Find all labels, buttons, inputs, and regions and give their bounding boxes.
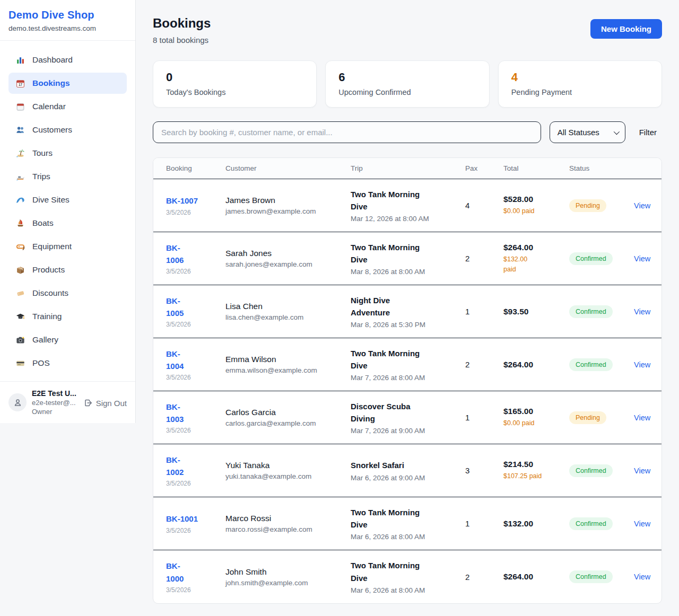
table-row: BK-10003/5/2026 John Smithjohn.smith@exa… xyxy=(153,550,661,603)
table-row: BK-10053/5/2026 Lisa Chenlisa.chen@examp… xyxy=(153,285,661,338)
status-badge: Pending xyxy=(569,411,606,424)
view-link[interactable]: View xyxy=(634,201,650,210)
user-role: Owner xyxy=(32,408,79,416)
tag-icon xyxy=(15,288,25,298)
sign-out-button[interactable]: Sign Out xyxy=(84,399,127,408)
column-header-pax: Pax xyxy=(465,164,503,172)
booking-id-link[interactable]: BK-1006 xyxy=(166,242,193,267)
view-link[interactable]: View xyxy=(634,360,650,369)
pax-count: 2 xyxy=(465,254,503,263)
booking-id-link[interactable]: BK-1007 xyxy=(166,195,198,207)
total-amount: $132.00 xyxy=(503,519,563,529)
customer-email: john.smith@example.com xyxy=(225,579,344,587)
view-link[interactable]: View xyxy=(634,413,650,422)
total-amount: $264.00 xyxy=(503,360,563,369)
status-filter-select[interactable]: All Statuses xyxy=(550,121,625,143)
booking-id-link[interactable]: BK-1004 xyxy=(166,348,193,373)
total-amount: $264.00 xyxy=(503,243,563,252)
table-row: BK-10043/5/2026 Emma Wilsonemma.wilson@e… xyxy=(153,338,661,391)
sidebar-item-tours[interactable]: Tours xyxy=(8,143,127,164)
sidebar-item-discounts[interactable]: Discounts xyxy=(8,283,127,304)
sidebar-item-label: Tours xyxy=(32,148,53,158)
status-badge: Confirmed xyxy=(569,464,613,477)
customer-name: Emma Wilson xyxy=(225,355,344,364)
booking-date: 3/5/2026 xyxy=(166,527,219,534)
pax-count: 1 xyxy=(465,307,503,316)
new-booking-button[interactable]: New Booking xyxy=(590,19,662,39)
view-link[interactable]: View xyxy=(634,467,650,475)
sidebar-item-dive-sites[interactable]: Dive Sites xyxy=(8,189,127,210)
pax-count: 1 xyxy=(465,519,503,528)
customer-name: John Smith xyxy=(225,567,344,577)
stat-value: 0 xyxy=(166,71,303,84)
booking-id-link[interactable]: BK-1005 xyxy=(166,295,193,320)
sidebar-item-label: Calendar xyxy=(32,102,66,111)
paid-amount: $107.25 paid xyxy=(503,471,563,481)
filter-button[interactable]: Filter xyxy=(634,128,662,137)
sidebar-item-trips[interactable]: Trips xyxy=(8,166,127,187)
trip-name: Discover Scuba Diving xyxy=(351,400,430,425)
customer-name: Marco Rossi xyxy=(225,514,344,523)
booking-date: 3/5/2026 xyxy=(166,480,219,487)
sidebar-item-gallery[interactable]: Gallery xyxy=(8,329,127,350)
sidebar-item-customers[interactable]: Customers xyxy=(8,119,127,140)
sidebar-item-label: Dashboard xyxy=(32,55,73,65)
pax-count: 2 xyxy=(465,573,503,582)
svg-text:17: 17 xyxy=(18,83,22,86)
total-amount: $93.50 xyxy=(503,307,563,316)
status-badge: Pending xyxy=(569,199,606,212)
sidebar-item-label: Bookings xyxy=(32,78,70,88)
trip-datetime: Mar 7, 2026 at 8:00 AM xyxy=(351,374,459,382)
sidebar-item-bookings[interactable]: 17 Bookings xyxy=(8,73,127,94)
trip-name: Two Tank Morning Dive xyxy=(351,506,430,531)
sidebar-item-training[interactable]: Training xyxy=(8,306,127,327)
page-title-block: Bookings 8 total bookings xyxy=(153,16,211,45)
sidebar-header: Demo Dive Shop demo.test.divestreams.com xyxy=(0,0,135,41)
sidebar-item-equipment[interactable]: Equipment xyxy=(8,236,127,257)
trip-name: Two Tank Morning Dive xyxy=(351,559,430,584)
stat-value: 6 xyxy=(338,71,476,84)
package-icon xyxy=(15,265,25,275)
shop-name: Demo Dive Shop xyxy=(8,9,127,21)
avatar xyxy=(8,393,27,411)
trip-name: Night Dive Adventure xyxy=(351,294,430,319)
chevron-down-icon xyxy=(613,128,619,134)
view-link[interactable]: View xyxy=(634,254,650,263)
booking-id-link[interactable]: BK-1000 xyxy=(166,560,193,585)
search-input[interactable] xyxy=(153,121,541,143)
sidebar-item-boats[interactable]: Boats xyxy=(8,213,127,234)
stats-row: 0 Today's Bookings 6 Upcoming Confirmed … xyxy=(153,60,662,108)
sidebar: Demo Dive Shop demo.test.divestreams.com… xyxy=(0,0,136,423)
booking-id-link[interactable]: BK-1003 xyxy=(166,401,193,426)
customer-name: Lisa Chen xyxy=(225,302,344,311)
booking-date: 3/5/2026 xyxy=(166,374,219,381)
stat-card-pending-payment: 4 Pending Payment xyxy=(498,60,662,108)
sidebar-item-products[interactable]: Products xyxy=(8,259,127,280)
sidebar-item-label: Equipment xyxy=(32,242,72,251)
stat-label: Today's Bookings xyxy=(166,88,303,96)
column-header-status: Status xyxy=(569,164,634,172)
pax-count: 2 xyxy=(465,360,503,369)
bookings-table: Booking Customer Trip Pax Total Status B… xyxy=(153,157,662,604)
stat-label: Pending Payment xyxy=(511,88,649,96)
column-header-customer: Customer xyxy=(225,164,351,172)
booking-id-link[interactable]: BK-1002 xyxy=(166,454,193,479)
total-bookings-count: 8 total bookings xyxy=(153,36,211,45)
customer-name: James Brown xyxy=(225,196,344,205)
booking-id-link[interactable]: BK-1001 xyxy=(166,513,198,525)
status-badge: Confirmed xyxy=(569,517,613,530)
stat-value: 4 xyxy=(511,71,649,84)
sailboat-icon xyxy=(15,218,25,228)
view-link[interactable]: View xyxy=(634,307,650,316)
wave-icon xyxy=(15,195,25,205)
shop-domain: demo.test.divestreams.com xyxy=(8,24,127,32)
view-link[interactable]: View xyxy=(634,520,650,528)
status-badge: Confirmed xyxy=(569,570,613,583)
table-header-row: Booking Customer Trip Pax Total Status xyxy=(153,158,661,179)
trip-datetime: Mar 7, 2026 at 9:00 AM xyxy=(351,427,459,435)
status-select-value: All Statuses xyxy=(558,128,599,137)
sidebar-item-calendar[interactable]: Calendar xyxy=(8,96,127,117)
view-link[interactable]: View xyxy=(634,573,650,581)
sidebar-item-dashboard[interactable]: Dashboard xyxy=(8,49,127,71)
sidebar-item-pos[interactable]: POS xyxy=(8,353,127,374)
